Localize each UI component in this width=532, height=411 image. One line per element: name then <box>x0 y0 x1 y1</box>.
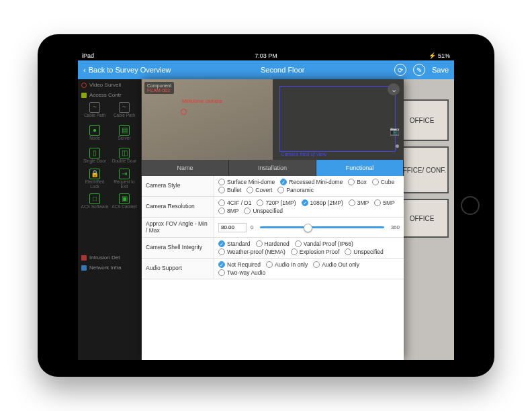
option-label: 3MP <box>357 199 369 206</box>
radio-option[interactable]: Weather-proof (NEMA) <box>218 248 285 255</box>
sidebar-cat-access[interactable]: Access Contr <box>78 89 141 99</box>
radio-option[interactable]: 3MP <box>349 199 369 206</box>
sidebar-item[interactable]: ▣ACS Cabinet <box>110 191 138 212</box>
camera-previews: Component FCAM-003 Minidome camera Camer… <box>142 79 404 160</box>
form-row: Audio SupportNot RequiredAudio In onlyAu… <box>142 259 404 279</box>
radio-icon <box>280 179 287 185</box>
sidebar-item-label: Request to Exit <box>110 180 138 189</box>
fov-slider[interactable] <box>260 226 384 228</box>
save-button[interactable]: Save <box>432 66 449 74</box>
radio-option[interactable]: Not Required <box>218 261 261 268</box>
camera-preview-left[interactable]: Component FCAM-003 Minidome camera <box>142 79 273 160</box>
radio-icon <box>348 179 355 185</box>
sidebar-item[interactable]: ▤Server <box>110 122 138 144</box>
radio-option[interactable]: 1080p (2MP) <box>302 199 343 206</box>
sidebar-item[interactable]: 🔒Electrified Lock <box>81 168 109 189</box>
lock-icon: 🔒 <box>89 169 100 179</box>
radio-icon <box>345 248 351 255</box>
radio-option[interactable]: Cube <box>372 179 394 185</box>
radio-option[interactable]: Audio In only <box>266 261 308 268</box>
option-label: Hardened <box>265 240 290 247</box>
radio-option[interactable]: Audio Out only <box>313 261 359 268</box>
radio-option[interactable]: Explosion Proof <box>291 248 340 255</box>
back-label: Back to Survey Overview <box>89 66 171 74</box>
radio-option[interactable]: Bullet <box>218 187 241 193</box>
back-button[interactable]: ‹ Back to Survey Overview <box>83 66 171 74</box>
slider-min: 0 <box>251 224 253 230</box>
radio-icon <box>218 240 225 247</box>
radio-option[interactable]: 8MP <box>218 208 238 214</box>
radio-option[interactable]: Panoramic <box>277 187 314 193</box>
sidebar-cat-intrusion[interactable]: Intrusion Det <box>78 252 141 262</box>
sidebar-item[interactable]: □ACS Software <box>81 191 109 212</box>
tab-name[interactable]: Name <box>142 160 229 176</box>
collapse-icon[interactable]: ⌄ <box>388 83 400 95</box>
form-options: 0360 <box>214 218 404 237</box>
radio-icon <box>256 240 263 247</box>
radio-option[interactable]: Covert <box>247 187 272 193</box>
form-options: Not RequiredAudio In onlyAudio Out onlyT… <box>214 259 404 279</box>
camera-icon[interactable]: 📷 <box>390 126 400 136</box>
sidebar-cat-network[interactable]: Network Infra <box>78 262 141 272</box>
sidebar-item[interactable]: ~Cable Path <box>81 99 109 121</box>
radio-option[interactable]: 5MP <box>374 199 394 206</box>
sidebar-item[interactable]: ●Node <box>81 122 109 144</box>
radio-icon <box>374 199 381 206</box>
software-icon: □ <box>89 193 100 204</box>
radio-option[interactable]: Box <box>348 179 367 185</box>
camera-icon[interactable]: ● <box>395 141 400 150</box>
radio-option[interactable]: Two-way Audio <box>218 269 265 276</box>
sidebar-item[interactable]: ◫Double Door <box>110 145 138 167</box>
battery-icon: ⚡ <box>429 52 436 59</box>
sidebar-item-label: ACS Cabinet <box>112 205 137 210</box>
radio-option[interactable]: Hardened <box>256 240 290 247</box>
access-icon <box>81 93 87 98</box>
edit-icon[interactable]: ✎ <box>413 64 425 76</box>
radio-option[interactable]: Vandal Proof (IP66) <box>295 240 353 247</box>
fov-input[interactable] <box>218 223 247 232</box>
camera-preview-right[interactable]: Camera field of view 📷 ● <box>273 79 404 160</box>
sidebar: Video Surveil Access Contr ~Cable Path ~… <box>78 79 142 360</box>
home-button[interactable] <box>461 196 480 215</box>
radio-icon <box>218 179 225 185</box>
sidebar-item[interactable]: ▯Single Door <box>81 145 109 167</box>
sidebar-item[interactable]: ⇥Request to Exit <box>110 168 138 189</box>
form-options: 4CIF / D1720P (1MP)1080p (2MP)3MP5MP8MPU… <box>214 197 404 217</box>
option-label: Panoramic <box>286 187 314 193</box>
fov-box[interactable] <box>279 86 396 152</box>
option-label: Not Required <box>227 261 261 268</box>
radio-option[interactable]: Unspecified <box>244 208 282 214</box>
component-id: FCAM-003 <box>147 88 171 93</box>
form-label: Camera Resolution <box>142 197 214 217</box>
slider-max: 360 <box>391 224 400 230</box>
room-label: OFFICE <box>410 215 435 222</box>
exit-icon: ⇥ <box>119 169 130 179</box>
radio-option[interactable]: Recessed Mini-dome <box>280 179 343 185</box>
radio-option[interactable]: Unspecified <box>345 248 383 255</box>
form-row: Camera Shell IntegrityStandardHardenedVa… <box>142 238 404 259</box>
radio-option[interactable]: 4CIF / D1 <box>218 199 251 206</box>
sidebar-item[interactable]: ~Cable Path <box>110 99 138 121</box>
radio-icon <box>218 261 225 268</box>
tablet-frame: iPad 7:03 PM ⚡51% ‹ Back to Survey Overv… <box>38 34 494 377</box>
option-label: Covert <box>255 187 272 193</box>
cabinet-icon: ▣ <box>119 193 130 204</box>
radio-option[interactable]: Surface Mini-dome <box>218 179 275 185</box>
tab-installation[interactable]: Installation <box>229 160 316 176</box>
status-bar: iPad 7:03 PM ⚡51% <box>78 51 454 60</box>
tab-functional[interactable]: Functional <box>316 160 404 176</box>
content: Video Surveil Access Contr ~Cable Path ~… <box>78 79 454 360</box>
sidebar-item-label: Server <box>118 136 130 141</box>
node-icon: ● <box>89 125 100 136</box>
camera-marker[interactable] <box>181 109 187 115</box>
option-label: Standard <box>227 240 251 247</box>
option-label: 5MP <box>383 199 394 206</box>
sync-icon[interactable]: ⟳ <box>394 64 406 76</box>
radio-option[interactable]: Standard <box>218 240 251 247</box>
intr-icon <box>81 255 87 261</box>
cable-icon: ~ <box>119 102 130 113</box>
sidebar-cat-video[interactable]: Video Surveil <box>78 79 141 89</box>
door-icon: ▯ <box>89 148 100 158</box>
radio-option[interactable]: 720P (1MP) <box>257 199 296 206</box>
main-canvas[interactable]: OFFICE OFFICE/ CONF. OFFICE Component FC… <box>142 79 454 360</box>
